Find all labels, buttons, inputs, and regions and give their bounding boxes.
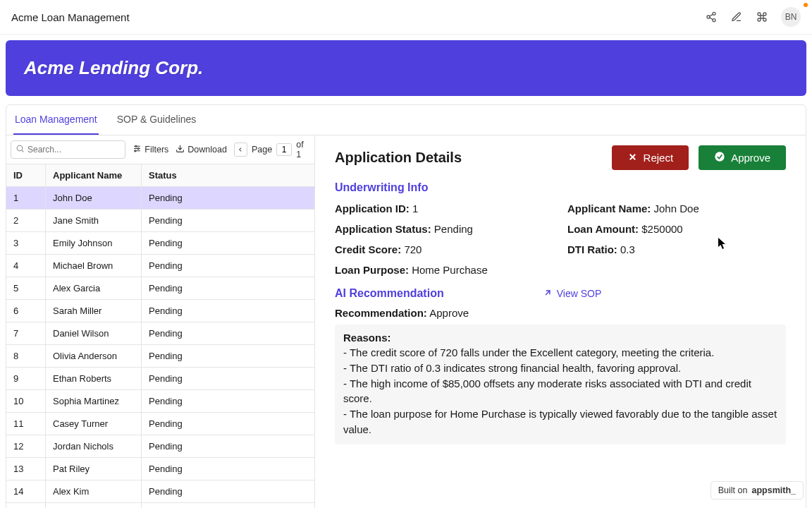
reject-button[interactable]: Reject — [612, 145, 689, 170]
cell-id: 14 — [6, 480, 46, 502]
table-row[interactable]: 10Sophia MartinezPending — [6, 390, 314, 413]
table-row[interactable]: 13Pat RileyPending — [6, 458, 314, 480]
edit-icon[interactable] — [730, 11, 743, 23]
field-application-id: Application ID: 1 — [335, 202, 553, 214]
table-row[interactable]: 9Ethan RobertsPending — [6, 368, 314, 390]
built-on-badge[interactable]: Built on appsmith_ — [710, 481, 804, 500]
avatar[interactable]: BN — [781, 7, 801, 27]
value: 1 — [412, 202, 418, 214]
cell-id: 15 — [6, 503, 46, 508]
detail-header: Application Details Reject A — [335, 145, 786, 170]
table-row[interactable]: 5Alex GarciaPending — [6, 277, 314, 300]
field-applicant-name: Applicant Name: John Doe — [567, 202, 786, 214]
reasons-box: Reasons: - The credit score of 720 falls… — [335, 325, 786, 445]
table-row[interactable]: 7Daniel WilsonPending — [6, 322, 314, 345]
col-name-header[interactable]: Applicant Name — [46, 164, 142, 186]
col-id-header[interactable]: ID — [6, 164, 46, 186]
view-sop-link[interactable]: View SOP — [543, 288, 602, 300]
ai-section-header-row: AI Recommendation View SOP — [335, 287, 786, 300]
value: 720 — [404, 243, 422, 255]
cell-status: Pending — [142, 503, 314, 508]
cell-status: Pending — [142, 210, 314, 231]
value: 0.3 — [620, 243, 635, 255]
recommendation-value: Approve — [429, 307, 469, 319]
cell-name: Michael Brown — [46, 255, 142, 277]
share-icon[interactable] — [705, 11, 718, 23]
app-title: Acme Loan Management — [11, 11, 130, 23]
cell-id: 10 — [6, 390, 46, 412]
table-body: 1John DoePending2Jane SmithPending3Emily… — [6, 187, 314, 508]
download-button[interactable]: Download — [176, 144, 227, 155]
label: Application Status: — [335, 223, 431, 235]
cell-id: 7 — [6, 322, 46, 344]
pager-prev-button[interactable] — [234, 143, 247, 157]
cell-name: Sophia Martinez — [46, 390, 142, 412]
view-sop-label: View SOP — [557, 288, 602, 299]
field-dti-ratio: DTI Ratio: 0.3 — [567, 243, 786, 255]
cell-id: 11 — [6, 413, 46, 435]
cell-status: Pending — [142, 232, 314, 254]
brand-name: appsmith_ — [751, 485, 796, 495]
cell-status: Pending — [142, 277, 314, 299]
search-input-wrap[interactable] — [11, 140, 125, 159]
cell-name: Jane Smith — [46, 210, 142, 231]
cell-name: Olivia Anderson — [46, 345, 142, 367]
unread-dot — [804, 3, 808, 7]
table-row[interactable]: 2Jane SmithPending — [6, 210, 314, 232]
filters-button[interactable]: Filters — [133, 144, 168, 155]
page-input[interactable] — [276, 143, 292, 156]
search-input[interactable] — [27, 145, 121, 155]
cell-id: 6 — [6, 300, 46, 322]
cell-name: Ethan Roberts — [46, 368, 142, 389]
cell-name: Casey Turner — [46, 413, 142, 435]
main-split: Filters Download Page of — [6, 135, 806, 508]
svg-line-17 — [546, 291, 550, 295]
pager-of-label: of 1 — [296, 140, 310, 159]
table-row[interactable]: 12Jordan NicholsPending — [6, 435, 314, 458]
underwriting-title: Underwriting Info — [335, 181, 786, 194]
built-on-label: Built on — [718, 485, 748, 495]
table-row[interactable]: 11Casey TurnerPending — [6, 413, 314, 435]
svg-line-6 — [22, 150, 23, 152]
col-status-header[interactable]: Status — [142, 164, 314, 186]
cell-name: Pat Riley — [46, 458, 142, 480]
value: Home Purchase — [412, 264, 488, 276]
svg-point-12 — [135, 150, 136, 152]
recommendation-line: Recommendation: Approve — [335, 307, 786, 319]
table-row[interactable]: 15Sam RiveraPending — [6, 503, 314, 508]
cell-status: Pending — [142, 322, 314, 344]
cell-status: Pending — [142, 435, 314, 457]
table-row[interactable]: 1John DoePending — [6, 187, 314, 210]
download-label: Download — [187, 145, 227, 155]
applications-table-pane: Filters Download Page of — [6, 135, 315, 508]
label: Loan Purpose: — [335, 264, 409, 276]
table-row[interactable]: 14Alex KimPending — [6, 480, 314, 503]
cell-status: Pending — [142, 458, 314, 480]
cell-name: Emily Johnson — [46, 232, 142, 254]
topbar-actions: BN — [705, 7, 801, 27]
detail-pane: Application Details Reject A — [315, 135, 806, 508]
cell-id: 13 — [6, 458, 46, 480]
value: $250000 — [641, 223, 682, 235]
table-row[interactable]: 4Michael BrownPending — [6, 255, 314, 277]
cell-id: 8 — [6, 345, 46, 367]
cell-status: Pending — [142, 413, 314, 435]
cell-name: Sarah Miller — [46, 300, 142, 322]
table-row[interactable]: 3Emily JohnsonPending — [6, 232, 314, 255]
tab-sop-guidelines[interactable]: SOP & Guidelines — [116, 105, 198, 135]
cell-name: Alex Garcia — [46, 277, 142, 299]
pager: Page of 1 — [234, 140, 310, 159]
label: Loan Amount: — [567, 223, 639, 235]
approve-button[interactable]: Approve — [699, 145, 786, 170]
reason-line: - The DTI ratio of 0.3 indicates strong … — [343, 361, 777, 376]
table-row[interactable]: 8Olivia AndersonPending — [6, 345, 314, 368]
cell-name: Daniel Wilson — [46, 322, 142, 344]
content-area: Acme Lending Corp. Loan ManagementSOP & … — [0, 35, 812, 508]
cell-id: 3 — [6, 232, 46, 254]
tab-loan-management[interactable]: Loan Management — [13, 105, 99, 135]
table-row[interactable]: 6Sarah MillerPending — [6, 300, 314, 322]
cell-status: Pending — [142, 187, 314, 209]
command-icon[interactable] — [756, 11, 768, 23]
arrow-up-right-icon — [543, 288, 553, 300]
field-credit-score: Credit Score: 720 — [335, 243, 553, 255]
